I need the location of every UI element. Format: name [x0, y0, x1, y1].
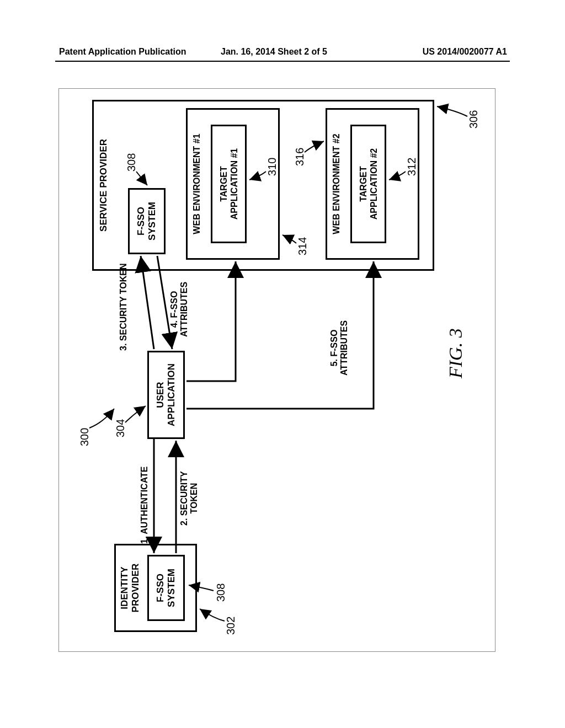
ref-314: 314 [296, 237, 309, 255]
ref-310: 310 [266, 158, 279, 176]
ref-308-sp: 308 [125, 153, 138, 172]
page: Patent Application Publication Jan. 16, … [0, 0, 565, 728]
ref-300: 300 [78, 428, 91, 446]
header-right: US 2014/0020077 A1 [423, 47, 507, 57]
ref-302: 302 [225, 617, 237, 635]
ref-308-idp: 308 [215, 584, 227, 602]
header-rule [55, 61, 510, 62]
diagram-canvas: IDENTITY PROVIDER F-SSO SYSTEM USER APPL… [59, 89, 495, 651]
header-center: Jan. 16, 2014 Sheet 2 of 5 [221, 47, 327, 57]
header-left: Patent Application Publication [59, 47, 186, 57]
figure-label: FIG. 3 [445, 328, 466, 378]
svg-line-2 [141, 256, 154, 349]
ref-312: 312 [406, 158, 418, 176]
ref-304: 304 [114, 419, 127, 437]
figure-frame: IDENTITY PROVIDER F-SSO SYSTEM USER APPL… [58, 88, 495, 652]
ref-306: 306 [467, 110, 480, 129]
arrow-5-label: 5. F-SSO ATTRIBUTES [329, 320, 349, 376]
arrow-1-label: 1. AUTHENTICATE [140, 467, 150, 544]
arrow-4-label: 4. F-SSO ATTRIBUTES [169, 282, 189, 337]
ref-316: 316 [294, 148, 306, 166]
page-header: Patent Application Publication Jan. 16, … [0, 47, 565, 60]
arrow-2-label: 2. SECURITY TOKEN [179, 471, 199, 526]
arrow-3-label: 3. SECURITY TOKEN [119, 263, 129, 351]
